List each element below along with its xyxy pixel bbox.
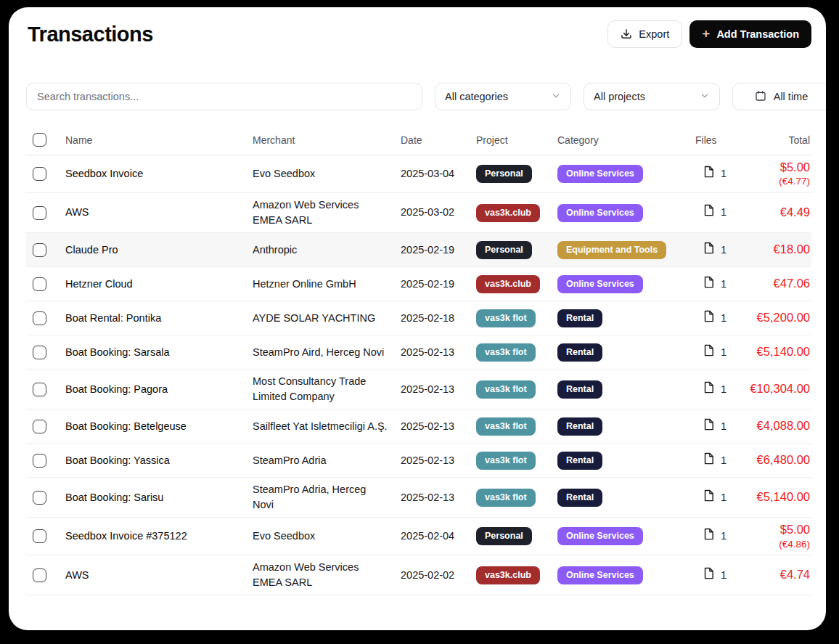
transaction-date: 2025-02-19 [401,242,476,258]
row-checkbox[interactable] [33,167,46,181]
total-cell: €10,304.00 [740,381,811,396]
total-converted: (€4.77) [740,175,810,188]
total-amount: €47.06 [740,276,810,291]
total-amount: €4.49 [740,205,810,220]
transaction-date: 2025-02-13 [401,490,476,505]
files-count: 1 [721,529,727,544]
project-badge: vas3k flot [476,452,536,470]
export-button[interactable]: Export [607,20,682,48]
files-count: 1 [721,205,727,220]
category-badge: Online Services [557,527,643,545]
category-badge: Online Services [557,165,643,183]
file-icon [703,452,714,469]
transaction-name: Boat Booking: Pagora [65,382,253,397]
table-row[interactable]: Claude Pro Anthropic 2025-02-19 Personal… [26,233,811,267]
table-row[interactable]: AWS Amazon Web Services EMEA SARL 2025-0… [26,193,811,233]
project-badge: vas3k flot [476,309,536,327]
file-icon [703,166,714,182]
files-cell: 1 [695,242,740,258]
total-cell: €18.00 [740,242,811,257]
total-amount: $5.00 [740,160,810,175]
table-row[interactable]: Boat Booking: Betelgeuse Sailfleet Yat I… [26,409,811,444]
row-checkbox[interactable] [33,454,46,468]
categories-filter[interactable]: All categories [435,83,571,110]
row-checkbox[interactable] [33,420,46,433]
file-icon [703,204,714,221]
transaction-date: 2025-02-02 [401,568,476,583]
transaction-merchant: Amazon Web Services EMEA SARL [253,560,401,590]
column-header-project: Project [476,134,557,146]
project-badge: vas3k flot [476,489,536,507]
add-transaction-button[interactable]: + Add Transaction [689,20,811,48]
project-badge: vas3k.club [476,204,540,222]
transaction-name: AWS [65,205,253,220]
row-checkbox[interactable] [33,346,46,359]
table-row[interactable]: Boat Booking: Yassica SteamPro Adria 202… [26,444,811,478]
category-badge: Online Services [557,275,643,293]
category-badge: Rental [557,343,602,362]
table-row[interactable]: Seedbox Invoice #375122 Evo Seedbox 2025… [26,518,811,555]
select-all-checkbox[interactable] [33,133,46,147]
transaction-name: Seedbox Invoice #375122 [65,529,253,544]
transaction-name: Boat Rental: Pontika [65,311,253,326]
table-row[interactable]: Seedbox Invoice Evo Seedbox 2025-03-04 P… [26,155,811,193]
table-row[interactable]: Hetzner Cloud Hetzner Online GmbH 2025-0… [26,267,811,301]
total-cell: €5,200.00 [740,310,811,325]
transaction-name: AWS [65,568,253,583]
total-cell: €6,480.00 [740,452,811,468]
search-box [26,83,422,110]
category-badge: Rental [557,309,602,327]
row-checkbox[interactable] [33,311,46,325]
total-converted: (€4.86) [740,538,810,551]
table-row[interactable]: AWS Amazon Web Services EMEA SARL 2025-0… [26,555,811,595]
column-header-merchant: Merchant [253,134,401,146]
add-transaction-label: Add Transaction [716,28,799,40]
transaction-merchant: SteamPro Adria [253,453,401,468]
row-checkbox[interactable] [33,383,46,396]
files-count: 1 [721,277,727,292]
project-badge: Personal [476,527,532,545]
transaction-date: 2025-02-18 [401,311,476,326]
transaction-name: Boat Booking: Betelgeuse [65,419,253,434]
chevron-down-icon [551,91,561,103]
table-row[interactable]: Boat Rental: Pontika AYDE SOLAR YACHTING… [26,301,811,335]
projects-filter[interactable]: All projects [584,83,720,110]
category-badge: Rental [557,417,602,436]
file-icon [703,310,714,327]
table-row[interactable]: Boat Booking: Sarisu SteamPro Adria, Her… [26,478,811,518]
search-input[interactable] [37,91,412,102]
table-row[interactable]: Boat Booking: Sarsala SteamPro Aird, Her… [26,335,811,370]
transaction-merchant: AYDE SOLAR YACHTING [253,311,401,326]
transaction-merchant: Evo Seedbox [253,166,401,182]
total-amount: €6,480.00 [740,452,810,468]
total-cell: €4.74 [740,567,811,582]
files-cell: 1 [695,489,740,506]
row-checkbox[interactable] [33,277,46,291]
row-checkbox[interactable] [33,206,46,220]
table-header: Name Merchant Date Project Category File… [26,125,811,155]
row-checkbox[interactable] [33,491,46,505]
file-icon [703,344,714,361]
category-badge: Rental [557,489,602,507]
row-checkbox[interactable] [33,243,46,257]
transaction-date: 2025-03-02 [401,205,476,220]
transaction-date: 2025-02-13 [401,382,476,397]
row-checkbox[interactable] [33,529,46,543]
transaction-name: Claude Pro [65,242,253,258]
row-checkbox[interactable] [33,568,46,582]
table-row[interactable]: Boat Booking: Pagora Most Consultancy Tr… [26,370,811,409]
time-filter[interactable]: All time [732,83,826,110]
time-filter-value: All time [774,91,809,102]
project-badge: vas3k flot [476,380,536,399]
download-icon [621,28,632,40]
filters-bar: All categories All projects All time [26,83,811,110]
category-badge: Online Services [557,204,643,222]
files-count: 1 [721,490,727,505]
file-icon [703,242,714,258]
total-amount: €5,140.00 [740,489,810,505]
categories-filter-value: All categories [445,91,508,102]
project-badge: Personal [476,241,532,259]
total-cell: €4,088.00 [740,418,811,433]
total-cell: €47.06 [740,276,811,291]
category-badge: Rental [557,380,602,399]
